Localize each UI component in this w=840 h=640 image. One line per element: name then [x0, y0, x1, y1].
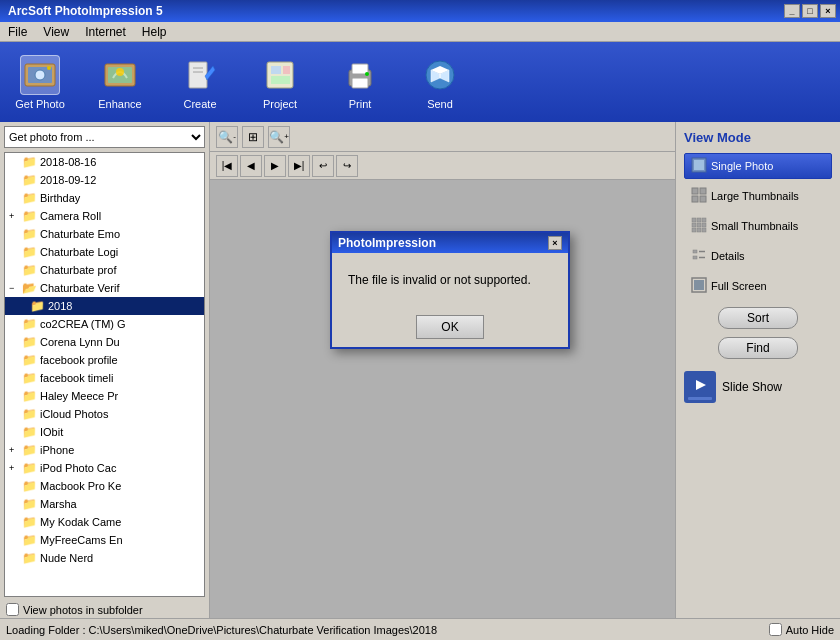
toolbar-enhance[interactable]: Enhance	[90, 55, 150, 110]
view-full-screen[interactable]: Full Screen	[684, 273, 832, 299]
folder-chaturbate-verif[interactable]: − 📂 Chaturbate Verif	[5, 279, 204, 297]
svg-rect-21	[692, 188, 698, 194]
toolbar-get-photo[interactable]: Get Photo	[10, 55, 70, 110]
dialog-close-button[interactable]: ×	[548, 236, 562, 250]
folder-my-kodak[interactable]: 📁 My Kodak Came	[5, 513, 204, 531]
folder-icon: 📁	[30, 299, 45, 313]
menu-view[interactable]: View	[39, 23, 73, 41]
large-thumbnails-icon	[691, 187, 707, 205]
toolbar-project-label: Project	[263, 98, 297, 110]
close-button[interactable]: ×	[820, 4, 836, 18]
folder-facebook-profile[interactable]: 📁 facebook profile	[5, 351, 204, 369]
view-large-thumbnails[interactable]: Large Thumbnails	[684, 183, 832, 209]
folder-ipod-photo[interactable]: + 📁 iPod Photo Cac	[5, 459, 204, 477]
folder-corena-lynn[interactable]: 📁 Corena Lynn Du	[5, 333, 204, 351]
zoom-out-button[interactable]: 🔍-	[216, 126, 238, 148]
folder-2018-08-16[interactable]: 📁 2018-08-16	[5, 153, 204, 171]
folder-camera-roll[interactable]: + 📁 Camera Roll	[5, 207, 204, 225]
subfolder-checkbox[interactable]	[6, 603, 19, 616]
rotate-left-button[interactable]: ↩	[312, 155, 334, 177]
create-icon	[180, 55, 220, 95]
first-button[interactable]: |◀	[216, 155, 238, 177]
center-panel: 🔍- ⊞ 🔍+ |◀ ◀ ▶ ▶| ↩ ↪	[210, 122, 675, 618]
svg-point-2	[35, 70, 45, 80]
toolbar-print[interactable]: Print	[330, 55, 390, 110]
folder-chaturbate-logi[interactable]: 📁 Chaturbate Logi	[5, 243, 204, 261]
left-panel: Get photo from ... 📁 2018-08-16 📁 2018-0…	[0, 122, 210, 618]
folder-iphone[interactable]: + 📁 iPhone	[5, 441, 204, 459]
folder-icon: 📁	[22, 461, 37, 475]
auto-hide-checkbox[interactable]	[769, 623, 782, 636]
maximize-button[interactable]: □	[802, 4, 818, 18]
play-button[interactable]: ▶	[264, 155, 286, 177]
slideshow-button[interactable]: Slide Show	[684, 371, 832, 403]
folder-myfreecams[interactable]: 📁 MyFreeCams En	[5, 531, 204, 549]
svg-rect-30	[702, 223, 706, 227]
folder-marsha[interactable]: 📁 Marsha	[5, 495, 204, 513]
right-panel: View Mode Single Photo Large Thumbnails …	[675, 122, 840, 618]
toolbar-send-label: Send	[427, 98, 453, 110]
full-screen-icon	[691, 277, 707, 295]
folder-birthday[interactable]: 📁 Birthday	[5, 189, 204, 207]
toolbar-create[interactable]: Create	[170, 55, 230, 110]
svg-rect-24	[700, 196, 706, 202]
auto-hide-label: Auto Hide	[786, 624, 834, 636]
folder-source-dropdown[interactable]: Get photo from ...	[4, 126, 205, 148]
prev-button[interactable]: ◀	[240, 155, 262, 177]
folder-2018[interactable]: 📁 2018	[5, 297, 204, 315]
toolbar-project[interactable]: Project	[250, 55, 310, 110]
menu-internet[interactable]: Internet	[81, 23, 130, 41]
folder-icon: 📁	[22, 497, 37, 511]
single-photo-icon	[691, 157, 707, 175]
folder-chaturbate-prof[interactable]: 📁 Chaturbate prof	[5, 261, 204, 279]
window-controls: _ □ ×	[784, 4, 836, 18]
svg-rect-27	[702, 218, 706, 222]
menu-file[interactable]: File	[4, 23, 31, 41]
folder-icloud-photos[interactable]: 📁 iCloud Photos	[5, 405, 204, 423]
folder-facebook-timeli[interactable]: 📁 facebook timeli	[5, 369, 204, 387]
menu-help[interactable]: Help	[138, 23, 171, 41]
print-icon	[340, 55, 380, 95]
folder-iobit[interactable]: 📁 IObit	[5, 423, 204, 441]
view-small-thumbnails[interactable]: Small Thumbnails	[684, 213, 832, 239]
folder-2018-09-12[interactable]: 📁 2018-09-12	[5, 171, 204, 189]
folder-icon: 📁	[22, 389, 37, 403]
folder-tree[interactable]: 📁 2018-08-16 📁 2018-09-12 📁 Birthday + 📁…	[4, 152, 205, 597]
dialog-ok-button[interactable]: OK	[416, 315, 483, 339]
view-details-label: Details	[711, 250, 745, 262]
dialog-message: The file is invalid or not supported.	[348, 273, 531, 287]
view-details[interactable]: Details	[684, 243, 832, 269]
dialog-titlebar: PhotoImpression ×	[332, 233, 568, 253]
last-button[interactable]: ▶|	[288, 155, 310, 177]
svg-point-6	[116, 68, 124, 76]
folder-icon: 📁	[22, 533, 37, 547]
folder-haley-meece[interactable]: 📁 Haley Meece Pr	[5, 387, 204, 405]
loading-status: Loading Folder : C:\Users\miked\OneDrive…	[6, 624, 437, 636]
view-full-screen-label: Full Screen	[711, 280, 767, 292]
menu-bar: File View Internet Help	[0, 22, 840, 42]
folder-nude-nerd[interactable]: 📁 Nude Nerd	[5, 549, 204, 567]
svg-rect-10	[267, 62, 293, 88]
toolbar-create-label: Create	[183, 98, 216, 110]
find-button[interactable]: Find	[718, 337, 798, 359]
dialog-footer: OK	[332, 307, 568, 347]
folder-co2crea[interactable]: 📁 co2CREA (TM) G	[5, 315, 204, 333]
main-area: Get photo from ... 📁 2018-08-16 📁 2018-0…	[0, 122, 840, 618]
dialog-title: PhotoImpression	[338, 236, 436, 250]
view-large-thumbnails-label: Large Thumbnails	[711, 190, 799, 202]
svg-point-17	[365, 72, 369, 76]
svg-rect-34	[693, 250, 697, 253]
rotate-right-button[interactable]: ↪	[336, 155, 358, 177]
fit-button[interactable]: ⊞	[242, 126, 264, 148]
toolbar-send[interactable]: Send	[410, 55, 470, 110]
minimize-button[interactable]: _	[784, 4, 800, 18]
folder-chaturbate-emo[interactable]: 📁 Chaturbate Emo	[5, 225, 204, 243]
zoom-in-button[interactable]: 🔍+	[268, 126, 290, 148]
svg-rect-28	[692, 223, 696, 227]
svg-point-3	[47, 66, 51, 70]
folder-macbook-pro[interactable]: 📁 Macbook Pro Ke	[5, 477, 204, 495]
small-thumbnails-icon	[691, 217, 707, 235]
view-single-photo[interactable]: Single Photo	[684, 153, 832, 179]
sort-button[interactable]: Sort	[718, 307, 798, 329]
dialog-body: The file is invalid or not supported.	[332, 253, 568, 307]
